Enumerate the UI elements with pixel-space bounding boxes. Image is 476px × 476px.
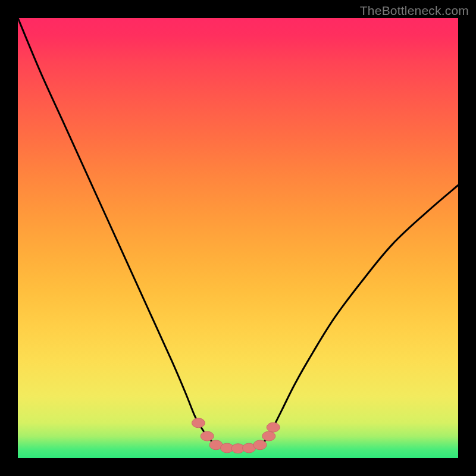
- chart-stage: TheBottleneck.com: [0, 0, 476, 476]
- valley-markers: [192, 418, 280, 453]
- curve-line: [18, 18, 458, 449]
- marker-dot: [201, 431, 214, 441]
- marker-dot: [253, 440, 267, 450]
- marker-dot: [192, 418, 205, 428]
- bottleneck-curve: [18, 18, 458, 458]
- marker-dot: [267, 422, 280, 432]
- watermark-text: TheBottleneck.com: [360, 4, 469, 18]
- marker-dot: [262, 431, 275, 441]
